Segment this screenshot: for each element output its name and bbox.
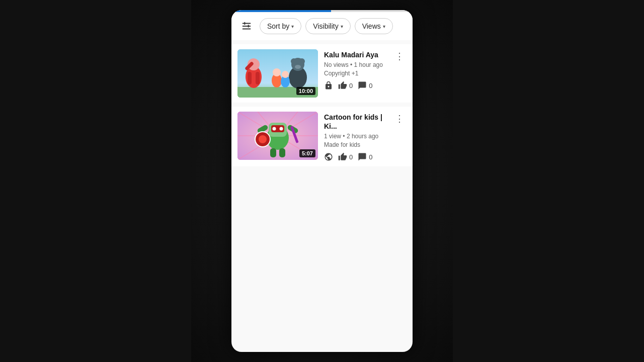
video-stats-1: 0 0 [324,81,386,90]
lock-icon-1 [324,81,333,90]
video-meta-1: No views • 1 hour ago [324,61,386,68]
views-chip[interactable]: Views ▾ [355,18,393,34]
visibility-chip[interactable]: Visibility ▾ [305,18,350,34]
video-title-2: Cartoon for kids | Ki... [324,113,386,131]
visibility-chevron: ▾ [341,24,343,29]
svg-point-16 [295,65,301,69]
comment-stat-2: 0 [358,152,372,161]
bottom-empty-area [231,174,413,275]
video-status-2: Made for kids [324,141,386,148]
phone-screen: Sort by ▾ Visibility ▾ Views ▾ [231,10,413,352]
svg-rect-38 [279,148,285,157]
filter-icon-button[interactable] [237,17,256,35]
more-options-button-1[interactable]: ⋮ [392,49,407,63]
globe-icon-2 [324,152,333,161]
views-label: Views [362,22,381,30]
video-info-2: Cartoon for kids | Ki... 1 view • 2 hour… [324,112,386,161]
svg-rect-37 [270,148,276,157]
more-options-button-2[interactable]: ⋮ [392,112,407,126]
video-info-1: Kalu Madari Aya No views • 1 hour ago Co… [324,49,386,90]
views-chevron: ▾ [383,24,385,29]
progress-bar-container [231,10,413,12]
svg-point-15 [299,58,305,64]
thumbnail-2[interactable]: 5:07 [237,112,318,160]
sort-by-chip[interactable]: Sort by ▾ [260,18,301,34]
video-title-1: Kalu Madari Aya [324,50,386,59]
video-item-1: 10:00 Kalu Madari Aya No views • 1 hour … [231,44,413,103]
comment-count-1: 0 [369,82,372,89]
progress-bar-fill [231,10,331,12]
video-status-1: Copyright +1 [324,70,386,77]
like-stat-1: 0 [338,81,353,90]
sort-by-label: Sort by [267,22,289,30]
comment-stat-1: 0 [358,81,372,90]
like-count-1: 0 [349,82,353,89]
svg-point-41 [259,135,267,143]
video-meta-2: 1 view • 2 hours ago [324,133,386,140]
like-stat-2: 0 [338,152,353,161]
visibility-label: Visibility [313,22,338,30]
svg-point-33 [273,127,276,131]
comment-count-2: 0 [369,153,372,161]
svg-point-20 [282,71,289,78]
sort-by-chevron: ▾ [291,24,294,29]
svg-point-18 [273,68,281,76]
svg-rect-9 [248,72,252,84]
duration-badge-1: 10:00 [296,87,315,95]
like-count-2: 0 [349,153,353,161]
video-list: 10:00 Kalu Madari Aya No views • 1 hour … [231,40,413,174]
video-stats-2: 0 0 [324,152,386,161]
filter-row: Sort by ▾ Visibility ▾ Views ▾ [231,12,413,40]
video-item-2: 5:07 Cartoon for kids | Ki... 1 view • 2… [231,107,413,166]
svg-rect-10 [256,72,260,84]
duration-badge-2: 5:07 [299,149,315,157]
svg-point-14 [291,58,297,64]
thumbnail-1[interactable]: 10:00 [237,49,318,98]
svg-point-34 [280,127,283,131]
